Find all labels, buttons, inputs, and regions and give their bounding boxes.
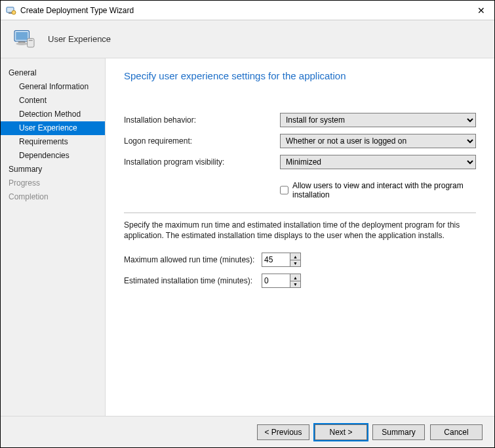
row-program-visibility: Installation program visibility: Minimiz… (124, 155, 476, 169)
svg-rect-7 (28, 38, 35, 47)
label-allow-interaction: Allow users to view and interact with th… (292, 181, 476, 199)
next-button[interactable]: Next > (315, 424, 367, 440)
summary-button[interactable]: Summary (372, 424, 425, 440)
window-title: Create Deployment Type Wizard (20, 6, 473, 15)
previous-button[interactable]: < Previous (257, 424, 309, 440)
computer-icon (12, 28, 36, 51)
input-est-install[interactable] (262, 274, 290, 287)
main-panel: Specify user experience settings for the… (106, 58, 494, 416)
page-heading: Specify user experience settings for the… (124, 70, 476, 81)
wizard-sidebar: General General Information Content Dete… (1, 58, 106, 416)
wizard-header: User Experience (1, 20, 494, 58)
row-max-runtime: Maximum allowed run time (minutes): ▲ ▼ (124, 253, 476, 267)
svg-point-2 (12, 10, 16, 14)
row-allow-interaction: Allow users to view and interact with th… (280, 181, 476, 199)
sidebar-item-progress: Progress (1, 176, 105, 190)
time-description: Specify the maximum run time and estimat… (124, 220, 476, 241)
svg-rect-1 (9, 12, 12, 14)
combo-program-visibility[interactable]: Minimized (280, 155, 476, 169)
close-icon[interactable]: ✕ (473, 5, 489, 16)
combo-logon-requirement[interactable]: Whether or not a user is logged on (280, 134, 476, 148)
sidebar-item-user-experience[interactable]: User Experience (1, 121, 105, 135)
step-title: User Experience (48, 34, 111, 44)
sidebar-item-detection-method[interactable]: Detection Method (1, 108, 105, 121)
label-program-visibility: Installation program visibility: (124, 157, 280, 167)
label-est-install: Estimated installation time (minutes): (124, 276, 262, 285)
app-icon (6, 5, 16, 16)
row-logon-requirement: Logon requirement: Whether or not a user… (124, 134, 476, 148)
sidebar-item-summary[interactable]: Summary (1, 163, 105, 176)
spin-down-est-install[interactable]: ▼ (290, 281, 300, 288)
spinner-max-runtime: ▲ ▼ (262, 253, 301, 267)
wizard-window: Create Deployment Type Wizard ✕ User Exp… (0, 0, 495, 448)
wizard-body: General General Information Content Dete… (1, 58, 494, 416)
cancel-button[interactable]: Cancel (430, 424, 483, 440)
sidebar-item-dependencies[interactable]: Dependencies (1, 149, 105, 163)
titlebar: Create Deployment Type Wizard ✕ (1, 1, 494, 20)
svg-rect-8 (29, 39, 33, 41)
sidebar-item-content[interactable]: Content (1, 94, 105, 108)
label-logon-requirement: Logon requirement: (124, 136, 280, 146)
svg-rect-4 (16, 31, 28, 39)
checkbox-allow-interaction[interactable] (280, 186, 288, 195)
wizard-footer: < Previous Next > Summary Cancel (1, 416, 494, 447)
spin-up-est-install[interactable]: ▲ (290, 274, 300, 281)
spinner-est-install: ▲ ▼ (262, 274, 301, 288)
separator (124, 213, 476, 213)
spin-down-max-runtime[interactable]: ▼ (290, 260, 300, 267)
sidebar-item-general-information[interactable]: General Information (1, 80, 105, 94)
sidebar-item-completion: Completion (1, 190, 105, 204)
sidebar-item-requirements[interactable]: Requirements (1, 135, 105, 149)
sidebar-item-general[interactable]: General (1, 66, 105, 80)
svg-point-6 (16, 42, 28, 45)
label-install-behavior: Installation behavior: (124, 115, 280, 125)
row-install-behavior: Installation behavior: Install for syste… (124, 113, 476, 127)
combo-install-behavior[interactable]: Install for system (280, 113, 476, 127)
label-max-runtime: Maximum allowed run time (minutes): (124, 255, 262, 264)
row-est-install: Estimated installation time (minutes): ▲… (124, 274, 476, 288)
input-max-runtime[interactable] (262, 253, 290, 266)
spin-up-max-runtime[interactable]: ▲ (290, 253, 300, 260)
